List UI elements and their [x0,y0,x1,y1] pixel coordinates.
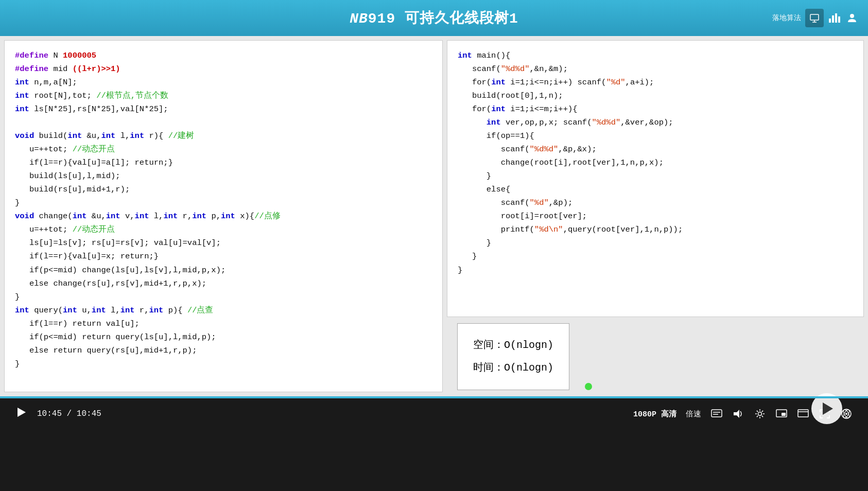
play-triangle-icon [823,402,833,415]
svg-point-7 [850,14,854,18]
main-content: #define N 1000005 #define mid ((l+r)>>1)… [0,36,868,396]
screen-icon[interactable] [805,9,824,27]
svg-rect-9 [711,410,722,417]
settings-icon[interactable] [754,408,766,420]
complexity-row: 空间：O(nlogn) 时间：O(nlogn) [447,321,864,392]
top-bar-right: 落地算法 [772,9,858,27]
time-label: 时间： [473,362,504,374]
speed-label[interactable]: 倍速 [686,409,701,419]
svg-rect-15 [782,413,786,416]
svg-rect-3 [829,19,831,23]
brand-label: 落地算法 [772,13,801,23]
space-value: O(nlogn) [504,339,553,351]
space-label: 空间： [473,339,504,351]
svg-rect-4 [832,15,834,23]
green-indicator [585,383,592,390]
stats-icon [828,12,842,24]
subtitle-icon[interactable] [710,408,723,420]
right-code: int main(){ scanf("%d%d",&n,&m); for(int… [458,49,853,277]
volume-icon[interactable] [732,408,744,420]
svg-point-13 [758,412,762,416]
time-separator: / [62,409,77,418]
time-value: O(nlogn) [504,362,553,374]
svg-marker-8 [18,408,26,417]
complexity-box: 空间：O(nlogn) 时间：O(nlogn) [457,323,569,390]
current-time: 10:45 [37,409,62,418]
right-code-panel: int main(){ scanf("%d%d",&n,&m); for(int… [447,40,864,317]
svg-rect-5 [835,13,837,23]
play-button[interactable] [15,407,27,421]
progress-bar[interactable] [0,396,868,398]
title-rest: 919 可持久化线段树1 [368,11,518,27]
space-complexity: 空间：O(nlogn) [473,334,553,357]
web-icon[interactable] [797,408,809,420]
controls-row: 10:45 / 10:45 1080P 高清 倍速 [0,398,868,429]
svg-point-21 [845,413,847,415]
right-side: int main(){ scanf("%d%d",&n,&m); for(int… [447,40,864,392]
top-bar: NB919 可持久化线段树1 落地算法 [0,0,868,36]
left-code: #define N 1000005 #define mid ((l+r)>>1)… [15,49,432,371]
time-display: 10:45 / 10:45 [37,409,101,418]
svg-rect-16 [798,410,808,417]
total-time: 10:45 [77,409,101,418]
bottom-bar: 10:45 / 10:45 1080P 高清 倍速 [0,396,868,491]
user-icon [846,12,858,24]
quality-badge[interactable]: 1080P 高清 [633,409,676,419]
svg-rect-0 [810,14,819,20]
svg-rect-6 [838,16,840,23]
svg-marker-12 [734,410,739,418]
progress-fill [0,396,868,398]
video-title: NB919 可持久化线段树1 [350,8,518,28]
pip-icon[interactable] [775,408,788,420]
time-complexity: 时间：O(nlogn) [473,357,553,379]
left-code-panel: #define N 1000005 #define mid ((l+r)>>1)… [4,40,443,392]
title-nb: NB [350,11,368,27]
